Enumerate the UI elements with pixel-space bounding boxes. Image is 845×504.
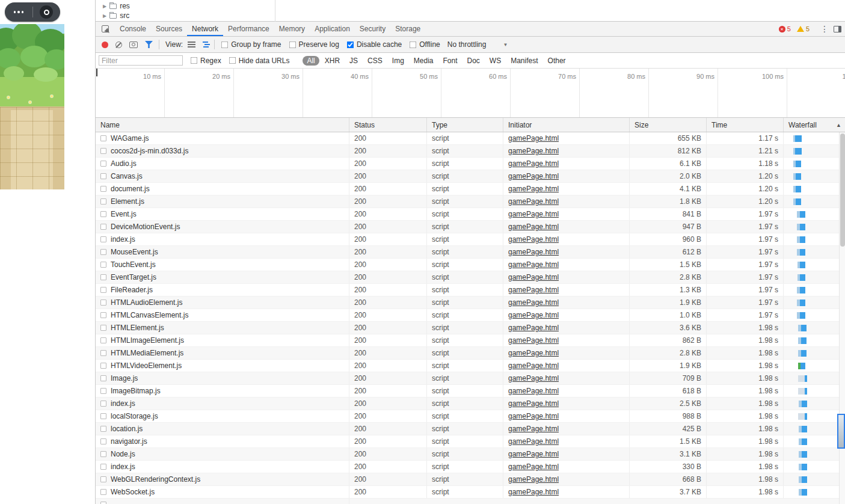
table-row[interactable]: HTMLCanvasElement.js200scriptgamePage.ht… (96, 309, 845, 322)
table-row[interactable]: WebGLRenderingContext.js200scriptgamePag… (96, 473, 845, 486)
initiator-link[interactable]: gamePage.html (508, 475, 559, 484)
table-row[interactable]: DeviceMotionEvent.js200scriptgamePage.ht… (96, 221, 845, 233)
initiator-link[interactable]: gamePage.html (508, 336, 559, 345)
screenshot-capture-icon[interactable] (129, 41, 138, 48)
record-button[interactable] (102, 41, 108, 48)
initiator-link[interactable]: gamePage.html (508, 488, 559, 496)
column-header-type[interactable]: Type (427, 118, 503, 132)
filter-chip-css[interactable]: CSS (363, 56, 387, 66)
initiator-link[interactable]: gamePage.html (508, 172, 559, 180)
table-row[interactable]: Node.js200scriptgamePage.html3.1 KB1.98 … (96, 448, 845, 461)
devtools-menu-icon[interactable]: ⋮ (816, 24, 834, 34)
tab-performance[interactable]: Performance (223, 22, 274, 36)
initiator-link[interactable]: gamePage.html (508, 159, 559, 168)
table-row-partial[interactable] (96, 499, 845, 504)
game-canvas-preview[interactable] (0, 24, 64, 189)
initiator-link[interactable]: gamePage.html (508, 223, 559, 231)
column-header-waterfall[interactable]: Waterfall ▲ (784, 118, 845, 132)
table-row[interactable]: MouseEvent.js200scriptgamePage.html612 B… (96, 246, 845, 259)
table-row[interactable]: HTMLElement.js200scriptgamePage.html3.6 … (96, 322, 845, 334)
initiator-link[interactable]: gamePage.html (508, 248, 559, 256)
warning-badge[interactable]: 5 (797, 25, 810, 32)
initiator-link[interactable]: gamePage.html (508, 286, 559, 294)
scroll-indicator-thumbnail[interactable] (837, 414, 845, 449)
table-row[interactable]: WAGame.js200scriptgamePage.html655 KB1.1… (96, 132, 845, 145)
initiator-link[interactable]: gamePage.html (508, 147, 559, 155)
group-by-frame-checkbox[interactable]: Group by frame (221, 40, 281, 49)
table-row[interactable]: HTMLVideoElement.js200scriptgamePage.htm… (96, 360, 845, 372)
initiator-link[interactable]: gamePage.html (508, 437, 559, 446)
initiator-link[interactable]: gamePage.html (508, 361, 559, 370)
more-options-button[interactable] (5, 2, 32, 22)
disable-cache-input[interactable] (347, 41, 354, 48)
throttling-select[interactable]: No throttling ▼ (447, 40, 508, 49)
initiator-link[interactable]: gamePage.html (508, 399, 559, 408)
tab-sources[interactable]: Sources (151, 22, 187, 36)
filter-chip-js[interactable]: JS (345, 56, 362, 66)
tab-security[interactable]: Security (355, 22, 390, 36)
filter-chip-manifest[interactable]: Manifest (506, 56, 542, 66)
table-row[interactable]: cocos2d-js-min.d033d.js200scriptgamePage… (96, 145, 845, 158)
filter-chip-other[interactable]: Other (544, 56, 570, 66)
column-header-size[interactable]: Size (630, 118, 707, 132)
filter-chip-font[interactable]: Font (439, 56, 462, 66)
initiator-link[interactable]: gamePage.html (508, 450, 559, 458)
inspect-element-button[interactable] (96, 22, 115, 36)
filter-chip-doc[interactable]: Doc (463, 56, 484, 66)
initiator-link[interactable]: gamePage.html (508, 387, 559, 395)
filter-chip-media[interactable]: Media (410, 56, 438, 66)
tab-network[interactable]: Network (187, 22, 223, 36)
error-badge[interactable]: 5 (779, 25, 791, 32)
close-target-button[interactable] (33, 2, 61, 22)
initiator-link[interactable]: gamePage.html (508, 185, 559, 193)
disable-cache-checkbox[interactable]: Disable cache (346, 40, 402, 49)
table-row[interactable]: HTMLMediaElement.js200scriptgamePage.htm… (96, 347, 845, 360)
scrollbar-thumb[interactable] (840, 134, 845, 247)
table-row[interactable]: FileReader.js200scriptgamePage.html1.3 K… (96, 284, 845, 297)
initiator-link[interactable]: gamePage.html (508, 298, 559, 307)
tree-item-res[interactable]: ▶ res (96, 1, 845, 11)
table-row[interactable]: location.js200scriptgamePage.html425 B1.… (96, 423, 845, 435)
preserve-log-checkbox[interactable]: Preserve log (289, 40, 339, 49)
preserve-log-input[interactable] (289, 41, 296, 48)
offline-input[interactable] (410, 41, 417, 48)
initiator-link[interactable]: gamePage.html (508, 134, 559, 143)
table-row[interactable]: Event.js200scriptgamePage.html841 B1.97 … (96, 208, 845, 221)
initiator-link[interactable]: gamePage.html (508, 412, 559, 420)
initiator-link[interactable]: gamePage.html (508, 324, 559, 332)
filter-chip-xhr[interactable]: XHR (321, 56, 344, 66)
table-row[interactable]: TouchEvent.js200scriptgamePage.html1.5 K… (96, 259, 845, 271)
initiator-link[interactable]: gamePage.html (508, 273, 559, 281)
initiator-link[interactable]: gamePage.html (508, 425, 559, 433)
column-header-status[interactable]: Status (349, 118, 427, 132)
regex-checkbox[interactable]: Regex (190, 57, 221, 65)
initiator-link[interactable]: gamePage.html (508, 235, 559, 244)
table-row[interactable]: localStorage.js200scriptgamePage.html988… (96, 410, 845, 423)
column-header-name[interactable]: Name (96, 118, 349, 132)
table-row[interactable]: Audio.js200scriptgamePage.html6.1 KB1.18… (96, 158, 845, 170)
clear-button[interactable] (115, 41, 122, 48)
tab-memory[interactable]: Memory (274, 22, 310, 36)
column-header-time[interactable]: Time (707, 118, 784, 132)
table-row[interactable]: index.js200scriptgamePage.html330 B1.98 … (96, 461, 845, 473)
table-row[interactable]: index.js200scriptgamePage.html960 B1.97 … (96, 233, 845, 246)
initiator-link[interactable]: gamePage.html (508, 463, 559, 471)
table-row[interactable]: Image.js200scriptgamePage.html709 B1.98 … (96, 372, 845, 385)
table-row[interactable]: ImageBitmap.js200scriptgamePage.html618 … (96, 385, 845, 398)
initiator-link[interactable]: gamePage.html (508, 374, 559, 383)
table-row[interactable]: Element.js200scriptgamePage.html1.8 KB1.… (96, 195, 845, 208)
table-row[interactable]: navigator.js200scriptgamePage.html1.5 KB… (96, 435, 845, 448)
table-row[interactable]: Canvas.js200scriptgamePage.html2.0 KB1.2… (96, 170, 845, 183)
list-view-icon[interactable] (188, 41, 195, 43)
dock-side-icon[interactable] (834, 26, 841, 32)
initiator-link[interactable]: gamePage.html (508, 349, 559, 357)
column-header-initiator[interactable]: Initiator (503, 118, 630, 132)
table-row[interactable]: HTMLAudioElement.js200scriptgamePage.htm… (96, 297, 845, 309)
tab-storage[interactable]: Storage (390, 22, 425, 36)
tab-application[interactable]: Application (310, 22, 355, 36)
hide-data-urls-checkbox[interactable]: Hide data URLs (229, 57, 290, 65)
initiator-link[interactable]: gamePage.html (508, 260, 559, 269)
tree-item-src[interactable]: ▶ src (96, 11, 845, 20)
filter-funnel-icon[interactable] (145, 41, 153, 48)
table-row[interactable]: HTMLImageElement.js200scriptgamePage.htm… (96, 334, 845, 347)
